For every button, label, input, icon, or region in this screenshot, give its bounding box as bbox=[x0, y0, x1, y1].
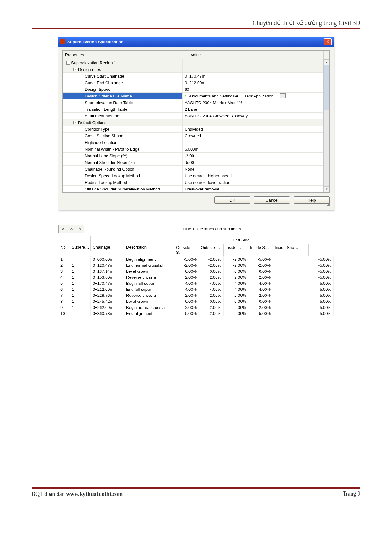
table-row[interactable]: 810+245.42mLevel crown0.00%0.00%0.00%0.0… bbox=[58, 298, 334, 304]
table-cell[interactable]: End full super bbox=[124, 286, 174, 292]
table-cell[interactable]: 0.00% bbox=[199, 298, 224, 304]
table-cell[interactable]: 7 bbox=[58, 292, 70, 298]
sub-col-2[interactable]: Inside L… bbox=[224, 244, 248, 256]
table-cell[interactable]: -2.00% bbox=[199, 262, 224, 268]
toolbar-icon-1[interactable]: ✕ bbox=[59, 225, 67, 233]
table-cell[interactable]: 0.00% bbox=[248, 298, 273, 304]
table-cell[interactable]: 0.00% bbox=[248, 268, 273, 274]
property-value-cell[interactable]: 2 Lane bbox=[183, 106, 329, 112]
property-row[interactable]: Normal Lane Slope (%)-2.00 bbox=[63, 153, 329, 159]
table-cell[interactable]: 4.00% bbox=[199, 280, 224, 286]
property-name-cell[interactable]: Design Speed bbox=[63, 86, 183, 92]
collapse-icon[interactable]: - bbox=[73, 68, 77, 71]
checkbox-icon[interactable] bbox=[176, 227, 181, 231]
property-name-cell[interactable]: Normal Lane Slope (%) bbox=[63, 153, 183, 159]
property-name-cell[interactable]: Transition Length Table bbox=[63, 106, 183, 112]
table-cell[interactable]: 0+245.42m bbox=[91, 298, 124, 304]
table-cell[interactable]: -2.00% bbox=[199, 304, 224, 310]
table-cell[interactable]: 0+228.76m bbox=[91, 292, 124, 298]
table-cell[interactable]: 0.00% bbox=[174, 268, 199, 274]
table-cell[interactable]: 0+170.47m bbox=[91, 280, 124, 286]
table-cell[interactable]: 1 bbox=[58, 256, 70, 262]
dialog-titlebar[interactable]: Superelevation Specification × bbox=[58, 37, 334, 47]
table-cell[interactable]: Begin alignment bbox=[124, 256, 174, 262]
col-supere[interactable]: Supere… bbox=[70, 236, 91, 251]
property-value-cell[interactable]: AASHTO 2004 Crowned Roadway bbox=[183, 113, 329, 119]
property-row[interactable]: Nominal Width - Pivot to Edge6.000m bbox=[63, 146, 329, 153]
table-row[interactable]: 10+000.00mBegin alignment-5.00%-2.00%-2.… bbox=[58, 256, 334, 262]
table-cell[interactable]: -5.00% bbox=[273, 280, 334, 286]
property-value-cell[interactable] bbox=[183, 139, 329, 146]
table-cell[interactable]: -5.00% bbox=[273, 268, 334, 274]
scroll-down-icon[interactable]: ▾ bbox=[324, 186, 329, 192]
property-row[interactable]: Transition Length Table2 Lane bbox=[63, 106, 329, 113]
property-row[interactable]: Design Speed60 bbox=[63, 86, 329, 93]
table-cell[interactable]: 2.00% bbox=[174, 274, 199, 280]
table-cell[interactable]: -5.00% bbox=[174, 310, 199, 316]
table-cell[interactable]: 0+360.73m bbox=[91, 310, 124, 316]
col-header-value[interactable]: Value bbox=[188, 51, 324, 59]
table-cell[interactable]: 0.00% bbox=[224, 298, 248, 304]
col-no[interactable]: No. bbox=[58, 236, 70, 251]
table-cell[interactable]: 0+262.09m bbox=[91, 304, 124, 310]
table-cell[interactable]: 4.00% bbox=[199, 286, 224, 292]
property-row[interactable]: -Default Options bbox=[63, 119, 329, 126]
table-row[interactable]: 100+360.73mEnd alignment-5.00%-2.00%-2.0… bbox=[58, 310, 334, 316]
table-cell[interactable]: -2.00% bbox=[174, 262, 199, 268]
close-button[interactable]: × bbox=[324, 38, 332, 45]
sub-col-4[interactable]: Inside Sho… bbox=[273, 244, 309, 256]
property-name-cell[interactable]: Highside Location bbox=[63, 139, 183, 146]
table-cell[interactable]: -2.00% bbox=[199, 256, 224, 262]
table-cell[interactable]: 1 bbox=[70, 262, 91, 268]
sub-col-0[interactable]: Outside S… bbox=[174, 244, 199, 256]
table-cell[interactable]: -2.00% bbox=[224, 310, 248, 316]
col-leftside-label[interactable]: Left Side bbox=[174, 236, 309, 244]
table-cell[interactable]: -2.00% bbox=[174, 304, 199, 310]
scroll-thumb[interactable] bbox=[324, 65, 329, 110]
table-cell[interactable]: -5.00% bbox=[273, 274, 334, 280]
table-cell[interactable]: 1 bbox=[70, 292, 91, 298]
property-value-cell[interactable]: Crowned bbox=[183, 133, 329, 139]
property-value-cell[interactable]: None bbox=[183, 166, 329, 172]
hide-inside-checkbox[interactable]: Hide inside lanes and shoulders bbox=[176, 227, 241, 231]
property-value-cell[interactable]: 0+212.09m bbox=[183, 79, 329, 86]
help-button[interactable]: Help bbox=[294, 196, 330, 204]
table-cell[interactable]: 0+212.09m bbox=[91, 286, 124, 292]
property-value-cell[interactable]: 0+170.47m bbox=[183, 73, 329, 79]
table-cell[interactable]: 0.00% bbox=[174, 298, 199, 304]
table-cell[interactable]: 2.00% bbox=[248, 274, 273, 280]
table-cell[interactable]: -5.00% bbox=[248, 310, 273, 316]
table-cell[interactable]: 2.00% bbox=[224, 274, 248, 280]
table-cell[interactable]: Begin full super bbox=[124, 280, 174, 286]
ok-button[interactable]: OK bbox=[214, 196, 250, 204]
property-row[interactable]: Superelevation Rate TableAASHTO 2004 Met… bbox=[63, 99, 329, 106]
table-cell[interactable]: 1 bbox=[70, 298, 91, 304]
property-value-cell[interactable]: AASHTO 2004 Metric eMax 4% bbox=[183, 99, 329, 106]
col-header-properties[interactable]: Properties bbox=[63, 51, 188, 59]
table-cell[interactable]: 2 bbox=[58, 262, 70, 268]
table-cell[interactable]: 4.00% bbox=[224, 286, 248, 292]
table-cell[interactable]: 2.00% bbox=[174, 292, 199, 298]
table-cell[interactable]: 9 bbox=[58, 304, 70, 310]
table-row[interactable]: 210+120.47mEnd normal crossfall-2.00%-2.… bbox=[58, 262, 334, 268]
collapse-icon[interactable]: - bbox=[66, 61, 70, 65]
table-cell[interactable]: 6 bbox=[58, 286, 70, 292]
sub-col-3[interactable]: Inside S… bbox=[248, 244, 273, 256]
table-cell[interactable]: 0+137.14m bbox=[91, 268, 124, 274]
table-cell[interactable]: 4 bbox=[58, 274, 70, 280]
property-row[interactable]: Attainment MethodAASHTO 2004 Crowned Roa… bbox=[63, 113, 329, 119]
table-cell[interactable]: -5.00% bbox=[273, 310, 334, 316]
property-name-cell[interactable]: Design Speed Lookup Method bbox=[63, 172, 183, 179]
property-row[interactable]: Outside Shoulder Superelevation MethodBr… bbox=[63, 186, 329, 192]
table-cell[interactable]: End alignment bbox=[124, 310, 174, 316]
table-row[interactable]: 410+153.80mReverse crossfall2.00%2.00%2.… bbox=[58, 274, 334, 280]
table-row[interactable]: 610+212.09mEnd full super4.00%4.00%4.00%… bbox=[58, 286, 334, 292]
table-cell[interactable]: -5.00% bbox=[273, 286, 334, 292]
table-cell[interactable]: -2.00% bbox=[224, 262, 248, 268]
table-cell[interactable]: 4.00% bbox=[224, 280, 248, 286]
table-cell[interactable]: -5.00% bbox=[273, 304, 334, 310]
table-cell[interactable]: 0.00% bbox=[224, 268, 248, 274]
property-name-cell[interactable]: Chainage Rounding Option bbox=[63, 166, 183, 172]
table-row[interactable]: 310+137.14mLevel crown0.00%0.00%0.00%0.0… bbox=[58, 268, 334, 274]
table-cell[interactable]: 4.00% bbox=[248, 286, 273, 292]
